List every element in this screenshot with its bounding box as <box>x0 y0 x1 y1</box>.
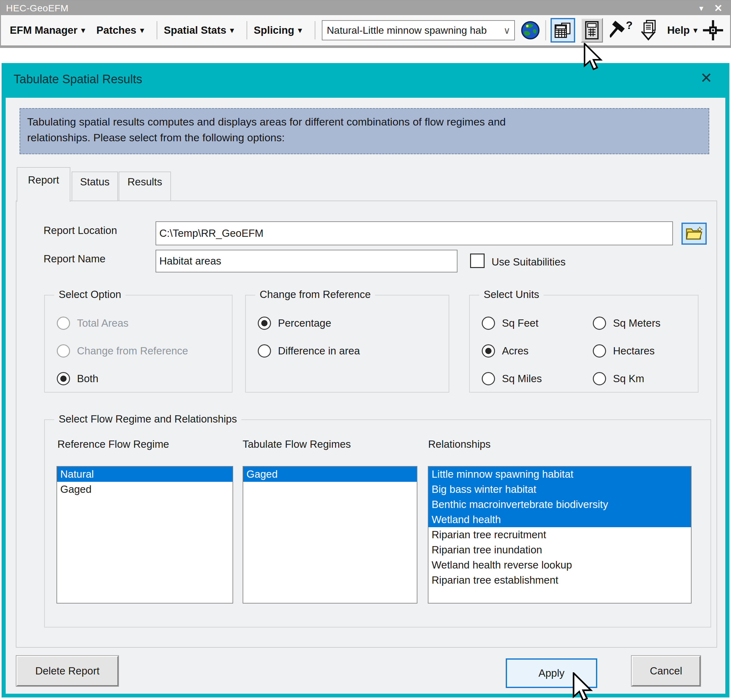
menu-patches[interactable]: Patches ▾ <box>97 24 144 36</box>
use-suitabilities-checkbox[interactable] <box>470 253 484 268</box>
svg-text:?: ? <box>625 19 632 31</box>
dialog-description: Tabulating spatial results computes and … <box>19 108 709 154</box>
tools-help-icon[interactable]: ? <box>610 19 634 42</box>
report-tab-panel: Report Location C:\Temp\RR_GeoEFM Report… <box>16 201 717 648</box>
select-units-title: Select Units <box>479 288 544 300</box>
chevron-down-icon: ▾ <box>81 26 85 35</box>
window-close-icon[interactable]: ✕ <box>714 3 722 13</box>
radio-change-from-reference-option[interactable]: Change from Reference <box>57 343 188 359</box>
mouse-cursor-toolbar <box>583 43 604 74</box>
app-title: HEC-GeoEFM <box>1 3 69 13</box>
list-item[interactable]: Natural <box>57 467 232 482</box>
radio-icon[interactable] <box>57 316 70 330</box>
flow-regime-relationship-combobox[interactable]: Natural-Little minnow spawning hab ∨ <box>322 20 515 40</box>
relationships-listbox[interactable]: Little minnow spawning habitat Big bass … <box>428 466 691 603</box>
chevron-down-icon: ▾ <box>230 26 234 35</box>
radio-icon[interactable] <box>57 372 70 385</box>
main-toolbar: EFM Manager ▾ Patches ▾ Spatial Stats ▾ … <box>1 15 730 47</box>
radio-sq-miles[interactable]: Sq Miles <box>482 371 542 387</box>
chevron-down-icon: ▾ <box>693 26 697 35</box>
description-line-2: relationships. Please select from the fo… <box>27 130 702 145</box>
app-titlebar: HEC-GeoEFM ▾ ✕ <box>1 1 730 15</box>
radio-sq-km[interactable]: Sq Km <box>593 371 644 387</box>
radio-hectares[interactable]: Hectares <box>593 343 655 359</box>
tab-status[interactable]: Status <box>72 171 118 201</box>
chevron-down-icon: ▾ <box>298 26 302 35</box>
list-item[interactable]: Riparian tree recruitment <box>429 527 691 542</box>
dialog-title: Tabulate Spatial Results <box>13 73 142 86</box>
list-item[interactable]: Wetland health <box>429 512 691 527</box>
toolbar-separator <box>157 21 157 40</box>
report-location-input[interactable]: C:\Temp\RR_GeoEFM <box>156 221 673 245</box>
combobox-value: Natural-Little minnow spawning hab <box>323 25 495 36</box>
reference-flow-regime-listbox[interactable]: Natural Gaged <box>56 466 233 603</box>
select-option-title: Select Option <box>54 288 126 300</box>
list-item[interactable]: Benthic macroinvertebrate biodiversity <box>429 497 691 512</box>
tabulate-spatial-results-dialog: Tabulate Spatial Results ✕ Tabulating sp… <box>1 63 730 697</box>
list-item[interactable]: Riparian tree establishment <box>429 573 691 588</box>
radio-icon[interactable] <box>593 344 606 357</box>
radio-icon[interactable] <box>593 316 606 330</box>
list-item[interactable]: Wetland health reverse lookup <box>429 558 691 573</box>
crosshair-icon[interactable] <box>702 19 724 42</box>
tabulate-spatial-results-button[interactable] <box>550 18 575 42</box>
radio-icon[interactable] <box>593 372 606 385</box>
radio-icon[interactable] <box>57 344 70 357</box>
chevron-down-icon: ▾ <box>140 26 144 35</box>
menu-help[interactable]: Help ▾ <box>667 24 697 36</box>
radio-icon[interactable] <box>258 316 271 330</box>
flow-regime-relationships-title: Select Flow Regime and Relationships <box>54 413 241 425</box>
report-name-label: Report Name <box>44 253 106 265</box>
titlebar-controls: ▾ ✕ <box>699 3 730 13</box>
toolbar-separator <box>545 20 546 40</box>
cancel-button[interactable]: Cancel <box>632 656 700 686</box>
globe-icon[interactable] <box>521 21 540 40</box>
dialog-close-icon[interactable]: ✕ <box>700 70 712 85</box>
open-folder-icon <box>685 226 703 242</box>
radio-percentage[interactable]: Percentage <box>258 315 331 331</box>
use-suitabilities-label: Use Suitabilities <box>492 256 566 268</box>
radio-acres[interactable]: Acres <box>482 343 528 359</box>
radio-icon[interactable] <box>482 344 495 357</box>
radio-both[interactable]: Both <box>57 371 98 387</box>
report-name-input[interactable]: Habitat areas <box>156 250 458 272</box>
layers-export-icon[interactable] <box>639 19 659 41</box>
toolbar-separator <box>247 21 247 40</box>
mouse-cursor-apply <box>572 672 594 700</box>
calculator-icon[interactable] <box>581 18 603 42</box>
radio-icon[interactable] <box>482 372 495 385</box>
tabulate-flow-regimes-header: Tabulate Flow Regimes <box>243 438 351 450</box>
collapse-icon[interactable]: ▾ <box>699 4 703 12</box>
radio-icon[interactable] <box>482 316 495 330</box>
radio-total-areas[interactable]: Total Areas <box>57 315 128 331</box>
radio-difference-in-area[interactable]: Difference in area <box>258 343 360 359</box>
screen: HEC-GeoEFM ▾ ✕ EFM Manager ▾ Patches ▾ S… <box>0 0 731 700</box>
change-from-reference-title: Change from Reference <box>255 288 375 300</box>
list-item[interactable]: Gaged <box>243 467 417 482</box>
select-units-group: Select Units Sq Feet Sq Meters Acres <box>469 295 699 392</box>
menu-splicing[interactable]: Splicing ▾ <box>254 24 302 36</box>
reference-flow-regime-header: Reference Flow Regime <box>57 438 169 450</box>
tabulate-flow-regimes-listbox[interactable]: Gaged <box>243 466 417 603</box>
list-item[interactable]: Riparian tree inundation <box>429 542 691 558</box>
radio-sq-feet[interactable]: Sq Feet <box>482 315 539 331</box>
delete-report-button[interactable]: Delete Report <box>16 656 118 686</box>
relationships-header: Relationships <box>428 438 490 450</box>
list-item[interactable]: Big bass winter habitat <box>429 482 691 497</box>
description-line-1: Tabulating spatial results computes and … <box>27 114 702 130</box>
menu-spatial-stats[interactable]: Spatial Stats ▾ <box>164 24 234 36</box>
list-item[interactable]: Gaged <box>57 482 232 497</box>
toolbar-separator <box>314 21 316 40</box>
radio-icon[interactable] <box>258 344 271 357</box>
radio-sq-meters[interactable]: Sq Meters <box>593 315 661 331</box>
chevron-down-icon: ∨ <box>503 25 511 36</box>
change-from-reference-group: Change from Reference Percentage Differe… <box>245 295 449 392</box>
tab-results[interactable]: Results <box>119 171 171 201</box>
list-item[interactable]: Little minnow spawning habitat <box>429 467 691 482</box>
menu-efm-manager[interactable]: EFM Manager ▾ <box>10 24 85 36</box>
browse-folder-button[interactable] <box>681 223 707 245</box>
app-window: HEC-GeoEFM ▾ ✕ EFM Manager ▾ Patches ▾ S… <box>0 0 731 48</box>
tab-report[interactable]: Report <box>17 167 70 202</box>
select-option-group: Select Option Total Areas Change from Re… <box>44 295 232 392</box>
flow-regime-relationships-group: Select Flow Regime and Relationships Ref… <box>44 419 711 627</box>
